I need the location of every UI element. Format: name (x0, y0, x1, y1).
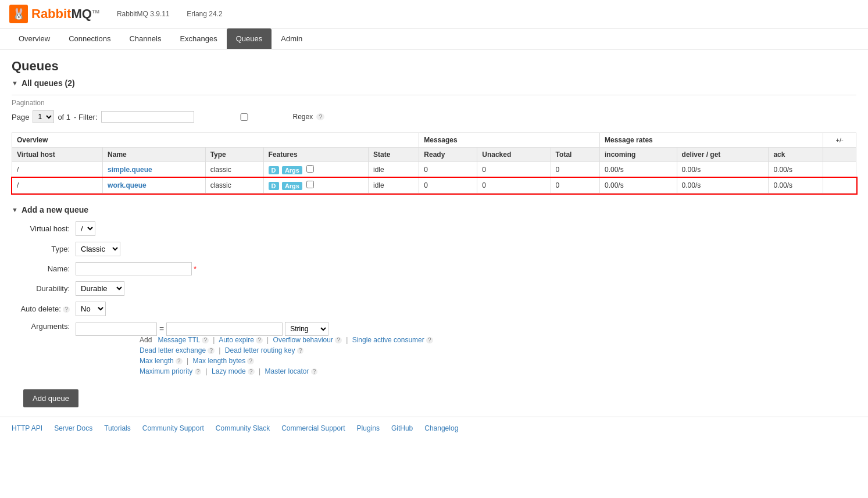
feature-checkbox[interactable] (306, 165, 314, 173)
hint-sep-6: | (206, 367, 208, 375)
auto-delete-select[interactable]: No Yes (76, 302, 106, 316)
hint-sep-4: | (219, 346, 220, 354)
row-type: classic (205, 178, 263, 194)
dead-letter-routing-help-icon[interactable]: ? (297, 347, 304, 354)
footer-link-community-support[interactable]: Community Support (142, 424, 204, 432)
arguments-type-select[interactable]: String Number Boolean (285, 322, 328, 336)
message-rates-col-header: Message rates (600, 133, 823, 148)
auto-expire-help-icon[interactable]: ? (256, 337, 263, 343)
hint-message-ttl[interactable]: Message TTL (158, 336, 200, 344)
col-type: Type (205, 148, 263, 162)
overview-col-header: Overview (12, 133, 419, 148)
single-active-help-icon[interactable]: ? (426, 337, 433, 343)
dead-letter-exchange-help-icon[interactable]: ? (208, 347, 215, 354)
footer-link-github[interactable]: GitHub (391, 424, 413, 432)
row-ack: 0.00/s (769, 178, 823, 194)
feature-badge-args: Args (282, 182, 302, 190)
logo-text: RabbitMQTM (31, 6, 99, 22)
lazy-mode-help-icon[interactable]: ? (248, 368, 255, 375)
durability-select[interactable]: Durable Transient (76, 281, 124, 296)
name-input[interactable] (76, 262, 192, 275)
hint-overflow-behaviour[interactable]: Overflow behaviour (273, 336, 333, 344)
regex-label[interactable]: Regex (198, 113, 313, 121)
regex-help-icon[interactable]: ? (316, 113, 324, 120)
footer-link-http-api[interactable]: HTTP API (12, 424, 42, 432)
nav-queues[interactable]: Queues (227, 28, 272, 49)
nav-admin[interactable]: Admin (272, 28, 312, 49)
maximum-priority-help-icon[interactable]: ? (195, 368, 202, 375)
hint-dead-letter-routing-key[interactable]: Dead letter routing key (225, 346, 295, 354)
footer-link-plugins[interactable]: Plugins (357, 424, 380, 432)
arguments-label: Arguments: (12, 322, 76, 331)
filter-input[interactable] (101, 111, 194, 123)
max-length-bytes-help-icon[interactable]: ? (247, 358, 254, 364)
nav-overview[interactable]: Overview (9, 28, 59, 49)
row-name: work.queue (103, 178, 206, 194)
all-queues-section-header[interactable]: ▼ All queues (2) (12, 78, 856, 88)
hint-maximum-priority[interactable]: Maximum priority (140, 367, 192, 375)
hint-master-locator[interactable]: Master locator (265, 367, 309, 375)
type-select[interactable]: Classic Quorum (76, 242, 120, 256)
arguments-key-input[interactable] (76, 323, 157, 336)
form-row-arguments: Arguments: = String Number Boolean Add (12, 322, 856, 378)
master-locator-help-icon[interactable]: ? (311, 368, 318, 375)
feature-checkbox[interactable] (306, 181, 314, 188)
hint-single-active-consumer[interactable]: Single active consumer (352, 336, 424, 344)
max-length-help-icon[interactable]: ? (176, 358, 183, 364)
overflow-help-icon[interactable]: ? (335, 337, 342, 343)
footer-link-server-docs[interactable]: Server Docs (54, 424, 92, 432)
add-queue-section-header[interactable]: ▼ Add a new queue (12, 205, 856, 214)
form-row-virtual-host: Virtual host: / (12, 221, 856, 236)
logo-rabbit: Rabbit (31, 6, 71, 21)
queue-name-link[interactable]: work.queue (108, 181, 147, 189)
row-virtual-host: / (12, 178, 103, 194)
queue-name-link[interactable]: simple.queue (108, 166, 152, 174)
row-ready: 0 (419, 178, 477, 194)
logo-icon: 🐰 (9, 5, 28, 23)
col-virtual-host: Virtual host (12, 148, 103, 162)
plus-minus-btn[interactable]: +/- (823, 133, 856, 148)
col-ack: ack (769, 148, 823, 162)
regex-checkbox[interactable] (198, 113, 291, 121)
virtual-host-select[interactable]: / (76, 221, 95, 236)
row-incoming: 0.00/s (600, 178, 677, 194)
col-total: Total (551, 148, 599, 162)
form-row-auto-delete: Auto delete: ? No Yes (12, 302, 856, 316)
name-label: Name: (12, 264, 76, 273)
form-row-name: Name: * (12, 262, 856, 275)
hint-lazy-mode[interactable]: Lazy mode (212, 367, 246, 375)
row-state: idle (368, 162, 419, 178)
footer-link-community-slack[interactable]: Community Slack (216, 424, 270, 432)
nav-exchanges[interactable]: Exchanges (170, 28, 226, 49)
hint-dead-letter-exchange[interactable]: Dead letter exchange (140, 346, 206, 354)
hint-max-length-bytes[interactable]: Max length bytes (192, 357, 245, 365)
nav-channels[interactable]: Channels (120, 28, 170, 49)
required-star: * (194, 264, 197, 273)
pagination-section: Pagination Page 1 of 1 - Filter: Regex ? (12, 95, 856, 123)
footer-link-changelog[interactable]: Changelog (424, 424, 458, 432)
nav-connections[interactable]: Connections (59, 28, 120, 49)
table-row[interactable]: / simple.queue classic D Args idle 0 0 0… (12, 162, 856, 178)
col-state: State (368, 148, 419, 162)
message-ttl-help-icon[interactable]: ? (202, 337, 209, 343)
hint-sep-5: | (187, 357, 188, 365)
col-features: Features (263, 148, 368, 162)
feature-badge-d: D (269, 182, 279, 190)
footer-link-tutorials[interactable]: Tutorials (104, 424, 131, 432)
page-label: Page (12, 113, 29, 121)
col-ready: Ready (419, 148, 477, 162)
header: 🐰 RabbitMQTM RabbitMQ 3.9.11 Erlang 24.2 (0, 0, 868, 28)
table-row[interactable]: / work.queue classic D Args idle 0 0 0 0… (12, 178, 856, 194)
hint-auto-expire[interactable]: Auto expire (219, 336, 254, 344)
arguments-val-input[interactable] (166, 323, 283, 336)
hint-row-2: Dead letter exchange ? | Dead letter rou… (140, 346, 433, 354)
main-content: Queues ▼ All queues (2) Pagination Page … (0, 49, 868, 417)
add-queue-button[interactable]: Add queue (23, 389, 78, 407)
hint-row-1: Add Message TTL ? | Auto expire ? | Over… (140, 336, 433, 344)
page-select[interactable]: 1 (33, 110, 54, 123)
auto-delete-help-icon[interactable]: ? (63, 306, 70, 313)
footer-link-commercial-support[interactable]: Commercial Support (281, 424, 345, 432)
hint-max-length[interactable]: Max length (140, 357, 174, 365)
erlang-label: Erlang 24.2 (187, 10, 222, 18)
page-title: Queues (12, 59, 856, 74)
